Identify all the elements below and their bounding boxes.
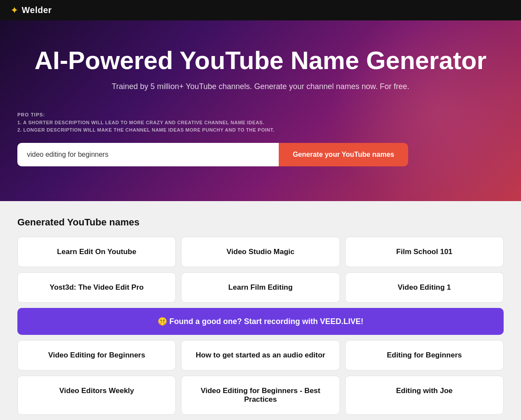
- logo-icon: ✦: [10, 6, 18, 15]
- name-card[interactable]: Yost3d: The Video Edit Pro: [17, 272, 176, 303]
- name-card[interactable]: Editing for Beginners: [345, 340, 504, 370]
- name-card[interactable]: Video Editing for Beginners: [17, 340, 176, 370]
- logo: ✦ Welder: [10, 5, 52, 15]
- hero-subtitle: Trained by 5 million+ YouTube channels. …: [17, 82, 504, 91]
- name-card[interactable]: How to get started as an audio editor: [181, 340, 340, 370]
- name-card[interactable]: Learn Film Editing: [181, 272, 340, 303]
- results-title: Generated YouTube names: [17, 217, 504, 228]
- name-card[interactable]: Video Editors Weekly: [17, 376, 176, 415]
- search-input[interactable]: [17, 143, 279, 166]
- name-card[interactable]: Learn Edit On Youtube: [17, 237, 176, 267]
- names-grid: Learn Edit On YoutubeVideo Studio MagicF…: [17, 237, 504, 420]
- generate-button[interactable]: Generate your YouTube names: [279, 143, 408, 166]
- hero-section: AI-Powered YouTube Name Generator Traine…: [0, 20, 521, 201]
- results-section: Generated YouTube names Learn Edit On Yo…: [0, 201, 521, 420]
- pro-tips-label: PRO TIPS:: [17, 112, 504, 117]
- cta-banner[interactable]: 🤫 Found a good one? Start recording with…: [17, 308, 504, 335]
- name-card[interactable]: Video Studio Magic: [181, 237, 340, 267]
- pro-tips: PRO TIPS: 1. A SHORTER DESCRIPTION WILL …: [17, 112, 504, 134]
- search-row: Generate your YouTube names: [17, 143, 408, 166]
- name-card[interactable]: Video Editing 1: [345, 272, 504, 303]
- name-card[interactable]: Video Editing for Beginners - Best Pract…: [181, 376, 340, 415]
- logo-text: Welder: [22, 5, 52, 15]
- hero-title: AI-Powered YouTube Name Generator: [17, 46, 504, 74]
- name-card[interactable]: Film School 101: [345, 237, 504, 267]
- header: ✦ Welder: [0, 0, 521, 20]
- name-card[interactable]: Editing with Joe: [345, 376, 504, 415]
- pro-tip-2: 2. LONGER DESCRIPTION WILL MAKE THE CHAN…: [17, 126, 504, 134]
- pro-tip-1: 1. A SHORTER DESCRIPTION WILL LEAD TO MO…: [17, 119, 504, 127]
